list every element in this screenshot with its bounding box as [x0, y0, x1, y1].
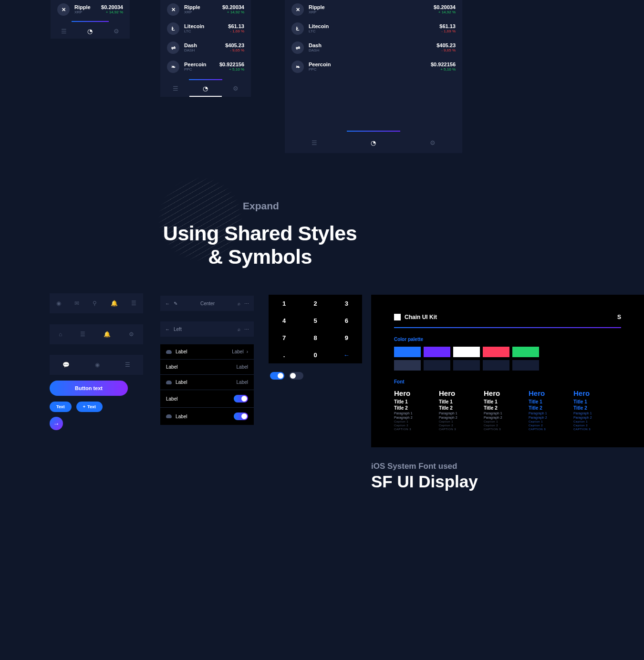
key-6[interactable]: 6 — [331, 312, 362, 329]
font-title: Font — [394, 379, 621, 384]
coin-dash[interactable]: ⇌ DashDASH $405.23- 9,65 % — [160, 38, 251, 57]
key-9[interactable]: 9 — [331, 329, 362, 346]
wallet-icon[interactable]: ☰ — [173, 85, 178, 92]
list-item[interactable]: LabelLabel — [160, 360, 254, 375]
compass-icon[interactable]: ◉ — [56, 300, 61, 307]
litecoin-icon: Ł — [291, 22, 304, 35]
wallet-icon[interactable]: ☰ — [312, 139, 317, 146]
key-0[interactable]: 0 — [300, 346, 331, 363]
search-icon[interactable]: ⌕ — [238, 301, 240, 306]
swatch-dark2 — [453, 360, 480, 371]
coin-change: + 14,92 % — [101, 10, 123, 15]
ripple-icon: ✕ — [291, 3, 304, 16]
key-1[interactable]: 1 — [269, 295, 300, 312]
menu-icon[interactable]: ☰ — [131, 300, 136, 307]
key-8[interactable]: 8 — [300, 329, 331, 346]
tabbar: ☰ ◔ ⚙ — [285, 133, 462, 153]
list-item[interactable]: Label — [160, 390, 254, 408]
pill-plus-button[interactable]: +Text — [76, 402, 103, 412]
topbar-title: Center — [200, 301, 215, 306]
logo-icon — [394, 314, 401, 320]
coin-litecoin[interactable]: Ł LitecoinLTC $61.13- 1,69 % — [285, 19, 462, 38]
swatch-row-2 — [394, 360, 621, 371]
coin-ripple[interactable]: ✕ RippleXRP $0.20034+ 14,92 % — [285, 0, 462, 19]
list-item[interactable]: Label — [160, 408, 254, 425]
key-dot[interactable]: . — [269, 346, 300, 363]
dash-icon: ⇌ — [291, 41, 304, 54]
coin-peercoin[interactable]: ❧ PeercoinPPC $0.922156+ 5,10 % — [285, 57, 462, 76]
home-icon[interactable]: ⌂ — [59, 331, 62, 338]
key-4[interactable]: 4 — [269, 312, 300, 329]
gear-icon[interactable]: ⚙ — [129, 331, 134, 338]
briefcase-icon[interactable]: ☰ — [125, 361, 130, 368]
bell-icon[interactable]: 🔔 — [111, 300, 118, 307]
palette-title: Color palette — [394, 337, 621, 342]
back-icon[interactable]: ← — [165, 327, 170, 332]
gradient-line — [347, 131, 400, 132]
chart-icon[interactable]: ◔ — [203, 85, 208, 92]
coin-ripple[interactable]: ✕ Ripple XRP $0.20034 + 14,92 % — [51, 0, 130, 19]
settings-icon[interactable]: ⚙ — [233, 85, 239, 92]
toggle-on[interactable] — [234, 395, 248, 402]
wallet-icon[interactable]: ☰ — [61, 28, 67, 35]
keypad: 123 456 789 .0← — [269, 295, 362, 363]
primary-button[interactable]: Button text — [50, 381, 128, 396]
chat-icon[interactable]: 💬 — [62, 361, 70, 368]
swatch-slate — [394, 360, 421, 371]
chart-icon[interactable]: ◔ — [87, 28, 93, 35]
back-icon[interactable]: ← — [165, 301, 170, 306]
swatch-white — [453, 347, 480, 357]
key-5[interactable]: 5 — [300, 312, 331, 329]
switch-on[interactable] — [270, 372, 284, 380]
swatch-dark4 — [512, 360, 539, 371]
list-item[interactable]: LabelLabel› — [160, 344, 254, 360]
swatch-dark3 — [483, 360, 509, 371]
key-7[interactable]: 7 — [269, 329, 300, 346]
hero-title: Using Shared Styles & Symbols — [0, 222, 520, 268]
gradient-line — [72, 21, 109, 22]
compass-icon[interactable]: ◉ — [95, 361, 100, 368]
topbar-title: Left — [174, 327, 182, 332]
coin-peercoin[interactable]: ❧ PeercoinPPC $0.922156+ 5,10 % — [160, 57, 251, 76]
pin-icon[interactable]: ⚲ — [93, 300, 97, 307]
swatch-green — [512, 347, 539, 357]
chart-icon[interactable]: ◔ — [371, 139, 376, 146]
coin-litecoin[interactable]: Ł LitecoinLTC $61.13- 1,69 % — [160, 19, 251, 38]
mail-icon[interactable]: ✉ — [74, 300, 79, 307]
phone-small: ✕ Ripple XRP $0.20034 + 14,92 % ☰ ◔ ⚙ — [51, 0, 130, 39]
swatch-red — [483, 347, 509, 357]
coin-dash[interactable]: ⇌ DashDASH $405.23- 9,65 % — [285, 38, 462, 57]
coin-symbol: XRP — [74, 10, 91, 15]
phone-large: ✕ RippleXRP $0.20034+ 14,92 % Ł Litecoin… — [285, 0, 462, 153]
tabbar: ☰ ◔ ⚙ — [51, 24, 130, 39]
swatch-row-1 — [394, 347, 621, 357]
key-backspace[interactable]: ← — [331, 346, 362, 363]
toggle-on[interactable] — [234, 412, 248, 420]
navbar-3: 💬 ◉ ☰ — [50, 355, 143, 375]
switch-off[interactable] — [289, 372, 303, 380]
phone-medium: ✕ RippleXRP $0.20034+ 14,92 % Ł Litecoin… — [160, 0, 251, 97]
settings-icon[interactable]: ⚙ — [114, 28, 119, 35]
coin-name: Ripple — [74, 4, 91, 10]
bell-icon[interactable]: 🔔 — [104, 331, 111, 338]
fab-arrow[interactable]: → — [50, 417, 63, 430]
key-2[interactable]: 2 — [300, 295, 331, 312]
coin-ripple[interactable]: ✕ RippleXRP $0.20034+ 14,92 % — [160, 0, 251, 19]
more-icon[interactable]: ⋯ — [244, 301, 249, 306]
font-col-2: Hero Title 1 Title 2 Paragraph 1 Paragra… — [439, 389, 470, 432]
pill-button[interactable]: Text — [50, 402, 72, 412]
edit-icon[interactable]: ✎ — [174, 301, 177, 306]
swatch-blue — [394, 347, 421, 357]
settings-icon[interactable]: ⚙ — [430, 139, 436, 146]
swatch-dark — [424, 360, 450, 371]
briefcase-icon[interactable]: ☰ — [80, 331, 85, 338]
corner-label: S — [617, 314, 621, 320]
list-item[interactable]: LabelLabel — [160, 375, 254, 390]
peercoin-icon: ❧ — [167, 61, 179, 73]
more-icon[interactable]: ⋯ — [244, 327, 249, 332]
key-3[interactable]: 3 — [331, 295, 362, 312]
navbar-2: ⌂ ☰ 🔔 ⚙ — [50, 324, 143, 344]
search-icon[interactable]: ⌕ — [238, 327, 240, 332]
active-indicator — [189, 96, 222, 97]
hero-eyebrow: Expand — [243, 200, 279, 212]
